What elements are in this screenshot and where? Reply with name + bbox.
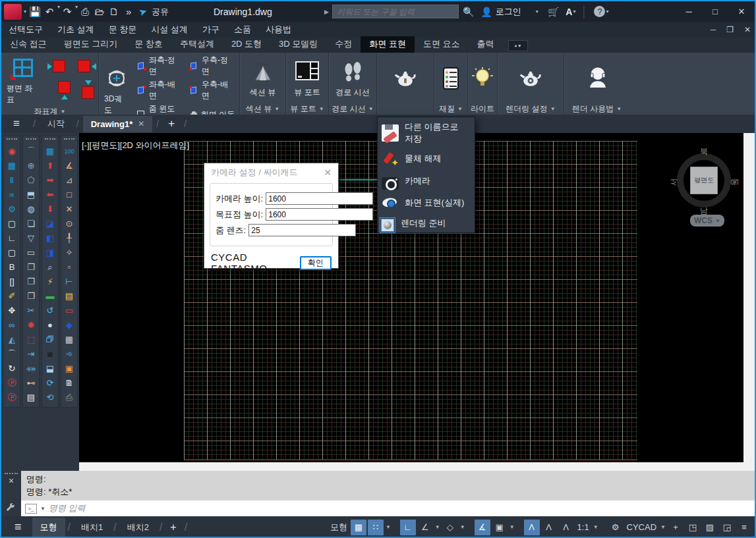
- panel-label-path[interactable]: 경로 시선▼: [329, 103, 376, 115]
- trim-tool[interactable]: ⤁: [24, 362, 38, 375]
- file-tab-menu-icon[interactable]: ≡: [13, 117, 20, 130]
- view-compass[interactable]: 북 동 남 서 평면도: [671, 148, 737, 213]
- window-cascade-tool[interactable]: ▤: [24, 390, 38, 404]
- customize-wrench-icon[interactable]: [6, 502, 16, 512]
- toolbar-grip-handle[interactable]: [26, 138, 36, 142]
- search-input[interactable]: [332, 5, 459, 18]
- new-icon[interactable]: 🗋: [107, 4, 121, 20]
- rect-frame-tool[interactable]: ▢: [5, 217, 19, 230]
- ribbon-tab-5[interactable]: 3D 모델링: [270, 36, 326, 53]
- render-help-button[interactable]: [583, 65, 613, 92]
- vertical-scrollbar[interactable]: [743, 133, 755, 471]
- scissors-tool[interactable]: ✂: [24, 304, 38, 317]
- annotation-scale-value-arrow[interactable]: ▼: [593, 524, 599, 530]
- command-close-icon[interactable]: ×: [1, 475, 21, 486]
- login-arrow-icon[interactable]: ▾: [536, 9, 538, 14]
- tab-start[interactable]: 시작: [40, 115, 73, 133]
- compass-north[interactable]: 북: [700, 146, 708, 157]
- settings-gear-icon[interactable]: ⚙: [608, 520, 624, 535]
- ribbon-tab-9[interactable]: 출력: [469, 36, 503, 53]
- render-box-tool[interactable]: ⬓: [43, 362, 57, 375]
- sync-tool[interactable]: ⟳: [43, 376, 57, 390]
- customize-menu-icon[interactable]: ≡: [736, 520, 752, 535]
- ucs-tool[interactable]: ◉: [5, 144, 19, 158]
- grid-display-toggle[interactable]: ▦: [351, 520, 366, 535]
- menu-item-2[interactable]: 카메라: [378, 170, 475, 192]
- panel-label-light[interactable]: 라이트: [468, 103, 497, 115]
- render-button[interactable]: [390, 65, 421, 92]
- doc-restore-button[interactable]: ❐: [726, 25, 734, 34]
- menu-item-4[interactable]: 렌더링 준비: [378, 214, 475, 231]
- autodesk-a-icon[interactable]: A: [566, 7, 572, 17]
- hardware-accel-toggle[interactable]: ▨: [702, 520, 718, 535]
- share-label[interactable]: 공유: [152, 4, 169, 20]
- save-icon[interactable]: 💾: [28, 4, 42, 20]
- menu-item-3[interactable]: 화면 표현(실제): [378, 192, 475, 214]
- point-style-tool[interactable]: ⊷: [24, 376, 38, 390]
- compass-plan-face[interactable]: 평면도: [690, 167, 718, 194]
- polyline-tool[interactable]: ∟: [5, 231, 19, 245]
- view-up-tool[interactable]: ⬆: [43, 159, 57, 173]
- dim-h-tool[interactable]: ⊢: [62, 275, 76, 288]
- window-close-button[interactable]: ✕: [728, 1, 755, 22]
- dim-point-tool[interactable]: ▫: [62, 260, 76, 274]
- view-right-tool[interactable]: ➡: [43, 173, 57, 187]
- layout-tab-0[interactable]: 모형: [32, 518, 65, 537]
- app-menu-arrow-icon[interactable]: ▾: [24, 9, 26, 14]
- command-prompt-arrow-icon[interactable]: ▼: [40, 506, 45, 512]
- layout-tab-2[interactable]: 배치2: [119, 518, 157, 537]
- viewport-label[interactable]: [-][평면도][2D 와이어프레임]: [82, 140, 189, 151]
- image-tool[interactable]: ▣: [62, 362, 76, 375]
- dim-angle-tool[interactable]: ∡: [62, 159, 76, 173]
- new-layout-button[interactable]: +: [170, 522, 176, 533]
- view-left-tool[interactable]: ⬅: [43, 188, 57, 202]
- toolbar-grip-handle[interactable]: [64, 138, 74, 142]
- view-iso-tool[interactable]: ◪: [43, 217, 57, 230]
- clean-screen-toggle[interactable]: ◲: [719, 520, 735, 535]
- point-link-tool[interactable]: ∝: [5, 188, 19, 202]
- plan-view-tool[interactable]: ▦: [43, 144, 57, 158]
- dim-node-tool[interactable]: □: [62, 188, 76, 202]
- ruler-tool[interactable]: ▤: [62, 289, 76, 303]
- view-down-tool[interactable]: ⬇: [43, 202, 57, 216]
- app-store-cart-icon[interactable]: 🛒: [548, 7, 559, 17]
- view-button-3[interactable]: 우측-배면: [188, 78, 237, 102]
- walk-path-button[interactable]: 경로 시선: [333, 58, 372, 99]
- crosshair-toggle[interactable]: +: [668, 520, 683, 535]
- rect-red-tool[interactable]: ▢: [5, 246, 19, 259]
- box-tool[interactable]: ❐: [24, 260, 38, 274]
- viewport-button[interactable]: 뷰 포트: [291, 58, 322, 99]
- circle-tool[interactable]: ⊕: [24, 159, 38, 173]
- field-input-2[interactable]: [248, 224, 356, 236]
- ribbon-tab-4[interactable]: 2D 도형: [223, 36, 270, 53]
- zoom-window-tool[interactable]: ⌕: [43, 260, 57, 274]
- zoom-dynamic-tool[interactable]: ⚡: [43, 275, 57, 288]
- ortho-mode-toggle[interactable]: ∟: [400, 520, 416, 535]
- search-expand-icon[interactable]: ▶: [324, 9, 329, 15]
- isodraft-toggle[interactable]: ◇: [442, 520, 458, 535]
- explode-tool[interactable]: ✺: [24, 318, 38, 332]
- menu-item-3[interactable]: 시설 설계: [144, 22, 195, 38]
- orbit-tool[interactable]: ↺: [43, 304, 57, 317]
- panel-label-section[interactable]: 섹션 뷰▼: [240, 103, 285, 115]
- ribbon-tab-6[interactable]: 수정: [326, 36, 361, 53]
- field-input-1[interactable]: [266, 208, 373, 221]
- material-button[interactable]: [436, 65, 466, 92]
- undo-icon[interactable]: ↶: [42, 4, 57, 20]
- ribbon-options-button[interactable]: ▪▾: [508, 40, 528, 51]
- tab-close-icon[interactable]: ✕: [138, 119, 144, 128]
- section-view-button[interactable]: 섹션 뷰: [247, 58, 278, 99]
- select-window-tool[interactable]: ⬚: [24, 333, 38, 346]
- coord-left-button[interactable]: [53, 60, 65, 72]
- object-snap-tracking-toggle[interactable]: ∡: [475, 520, 490, 535]
- command-input-placeholder[interactable]: 명령 입력: [49, 502, 86, 514]
- object-snap-toggle[interactable]: ▣: [492, 520, 508, 535]
- wcs-selector[interactable]: WCS▼: [690, 215, 724, 227]
- printer-tool[interactable]: ⎙: [62, 390, 76, 404]
- command-input-row[interactable]: >_ ▼ 명령 입력: [21, 500, 755, 516]
- revolve-tool[interactable]: ◍: [24, 202, 38, 216]
- coord-up-button[interactable]: [58, 81, 71, 94]
- command-history[interactable]: 명령: 명령: *취소*: [21, 471, 755, 500]
- extrude-tool[interactable]: ⬒: [24, 188, 38, 202]
- command-prompt-icon[interactable]: >_: [25, 504, 37, 514]
